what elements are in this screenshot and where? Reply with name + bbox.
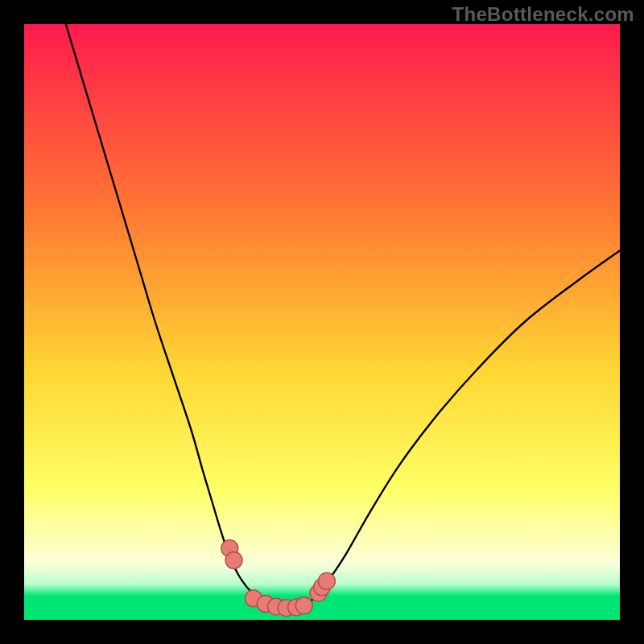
chart-frame: TheBottleneck.com [0,0,644,644]
plot-area [24,24,620,620]
plot-svg [24,24,620,620]
data-point-marker [318,572,335,589]
data-point-marker [225,552,242,569]
gradient-background [24,24,620,620]
watermark-text: TheBottleneck.com [452,3,634,26]
data-point-marker [295,597,312,614]
